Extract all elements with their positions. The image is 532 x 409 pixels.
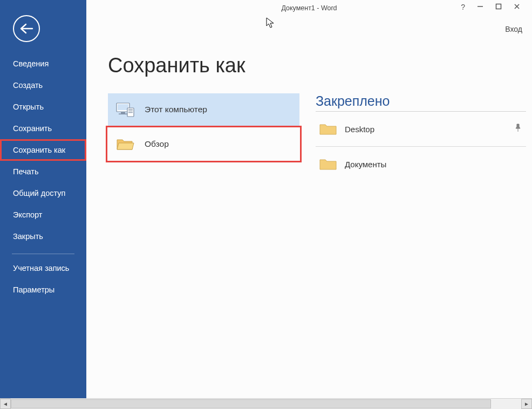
help-button[interactable]: ?: [461, 3, 465, 11]
horizontal-scrollbar[interactable]: ◄ ►: [0, 398, 532, 409]
pinned-folder-documents[interactable]: Документы: [316, 150, 526, 178]
pinned-folder-desktop[interactable]: Desktop: [316, 115, 526, 143]
sidebar-item-print[interactable]: Печать: [0, 161, 86, 182]
sidebar-item-options[interactable]: Параметры: [0, 279, 86, 301]
svg-rect-6: [128, 109, 133, 110]
scroll-thumb[interactable]: [11, 399, 491, 408]
pinned-separator: [316, 146, 526, 147]
sidebar-item-save[interactable]: Сохранить: [0, 118, 86, 139]
back-arrow-icon: [19, 23, 33, 34]
sign-in-link[interactable]: Вход: [505, 25, 522, 33]
scroll-right-arrow[interactable]: ►: [521, 399, 532, 409]
browse-folder-icon: [115, 137, 135, 152]
svg-rect-7: [128, 111, 133, 111]
sidebar-divider: [12, 254, 74, 254]
svg-rect-8: [128, 112, 133, 113]
sidebar-item-open[interactable]: Открыть: [0, 96, 86, 118]
pinned-folder-label: Desktop: [345, 125, 374, 134]
titlebar: Документ1 - Word ?: [86, 0, 532, 16]
back-button[interactable]: [13, 15, 40, 42]
location-this-pc[interactable]: Этот компьютер: [108, 93, 299, 126]
location-this-pc-label: Этот компьютер: [145, 105, 207, 114]
pinned-pane: Закреплено Desktop: [316, 93, 532, 178]
sidebar-item-account[interactable]: Учетная запись: [0, 257, 86, 279]
cursor-icon: [265, 17, 275, 31]
maximize-button[interactable]: [495, 3, 502, 11]
location-browse[interactable]: Обзор: [108, 128, 299, 160]
pin-icon[interactable]: [514, 124, 522, 134]
close-button[interactable]: [514, 3, 520, 11]
backstage-sidebar: Сведения Создать Открыть Сохранить Сохра…: [0, 0, 86, 398]
svg-rect-0: [496, 4, 501, 9]
scroll-track[interactable]: [11, 399, 521, 409]
svg-rect-3: [121, 112, 125, 114]
svg-rect-2: [118, 104, 128, 110]
backstage-main: Документ1 - Word ? Вход Сохранить как: [86, 0, 532, 398]
this-pc-icon: [115, 101, 135, 118]
folder-icon: [319, 122, 337, 136]
pinned-heading: Закреплено: [316, 93, 532, 109]
svg-rect-4: [119, 114, 127, 115]
sidebar-item-share[interactable]: Общий доступ: [0, 182, 86, 204]
scroll-left-arrow[interactable]: ◄: [0, 399, 11, 409]
minimize-button[interactable]: [477, 3, 483, 11]
sidebar-item-close[interactable]: Закрыть: [0, 226, 86, 247]
window-controls: ?: [461, 0, 532, 11]
sidebar-item-new[interactable]: Создать: [0, 74, 86, 96]
window-title: Документ1 - Word: [281, 4, 337, 12]
pinned-divider: [316, 111, 526, 112]
location-browse-label: Обзор: [145, 139, 169, 149]
save-locations-list: Этот компьютер Обзор: [108, 93, 299, 178]
pinned-folder-label: Документы: [345, 160, 386, 169]
page-title: Сохранить как: [108, 54, 532, 77]
sidebar-item-export[interactable]: Экспорт: [0, 204, 86, 226]
folder-icon: [319, 157, 337, 171]
sidebar-item-info[interactable]: Сведения: [0, 53, 86, 74]
sidebar-item-save-as[interactable]: Сохранить как: [0, 139, 86, 161]
